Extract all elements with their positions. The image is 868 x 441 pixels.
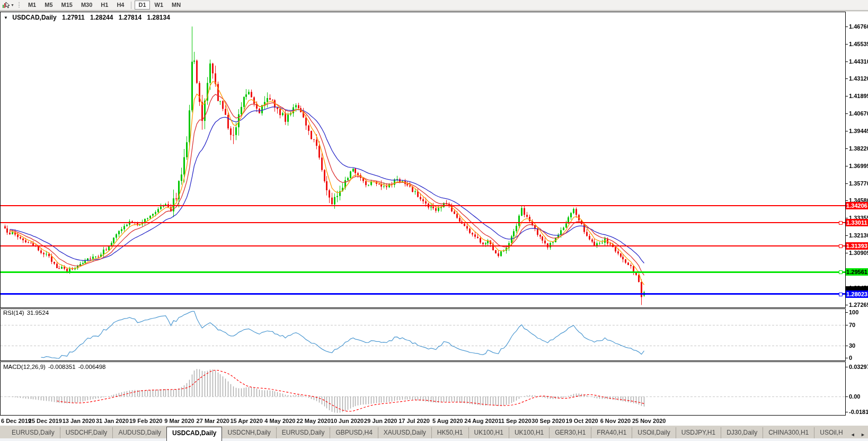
timeframe-h1[interactable]: H1: [97, 1, 112, 10]
price-level-badge: 1.31393: [846, 242, 868, 250]
date-label: 6 Nov 2020: [600, 418, 631, 424]
tab-usdchf-daily[interactable]: USDCHF,Daily: [60, 427, 113, 438]
toolbar-separator-strip: [0, 11, 868, 12]
ohlc-open: 1.27911: [62, 14, 85, 21]
date-label: 22 May 2020: [297, 418, 331, 424]
macd-tick-label: 0.00: [849, 393, 868, 400]
price-axis-tick: [846, 131, 848, 131]
date-label: 17 Jul 2020: [398, 418, 430, 424]
date-label: 13 Jan 2020: [63, 418, 95, 424]
timeframe-m30[interactable]: M30: [77, 1, 96, 10]
tab-ger30-h1[interactable]: GER30,H1: [549, 427, 591, 438]
ohlc-low: 1.27814: [119, 14, 141, 21]
toolbar-dropdown-caret[interactable]: ▼: [11, 3, 14, 7]
level-line-1-31393[interactable]: [1, 245, 845, 246]
tab-eurusd-daily[interactable]: EURUSD,Daily: [6, 427, 60, 438]
timeframe-mn[interactable]: MN: [168, 1, 184, 10]
macd-label: MACD(12,26,9)-0.008351-0.006498: [3, 364, 108, 370]
rsi-axis-tick: [846, 325, 848, 325]
price-tick-label: 1.35770: [849, 180, 868, 187]
price-tick-label: 1.38220: [849, 145, 868, 152]
date-label: 27 Mar 2020: [197, 418, 229, 424]
timeframe-h4[interactable]: H4: [113, 1, 128, 10]
rsi-label: RSI(14)31.9524: [3, 310, 51, 316]
macd-tick-label: 0.032972: [849, 364, 868, 370]
price-tick-label: 1.39445: [849, 128, 868, 134]
tab-scroll-right-icon[interactable]: ►: [861, 432, 865, 437]
level-line-1-28023[interactable]: [1, 293, 845, 295]
price-chart-canvas[interactable]: [0, 0, 868, 441]
macd-signal-value: -0.006498: [78, 364, 106, 370]
level-handle[interactable]: [839, 293, 843, 296]
timeframe-d1[interactable]: D1: [135, 1, 149, 10]
date-label: 29 Jun 2020: [364, 418, 397, 424]
date-label: 25 Nov 2020: [632, 418, 666, 424]
price-axis-tick: [846, 113, 848, 114]
macd-tick-label: -0.018154: [849, 409, 868, 415]
price-axis-tick: [846, 27, 848, 27]
date-label: 24 Aug 2020: [464, 418, 498, 424]
tab-usdcad-daily[interactable]: USDCAD,Daily: [166, 427, 222, 441]
cursor-tool-icon[interactable]: [2, 2, 10, 9]
tab-uk100-h1[interactable]: UK100,H1: [468, 427, 509, 438]
price-axis-tick: [846, 200, 848, 201]
tab-usoil-h[interactable]: USOil,H: [814, 427, 848, 438]
toolbar-divider: [131, 2, 131, 9]
rsi-name: RSI(14): [3, 310, 24, 316]
timeframe-w1[interactable]: W1: [151, 1, 167, 10]
tab-uk100-h1[interactable]: UK100,H1: [509, 427, 549, 438]
level-line-1-29561[interactable]: [1, 271, 845, 273]
level-line-1-34206[interactable]: [1, 205, 845, 206]
date-label: 5 Aug 2020: [432, 418, 463, 424]
chart-title: ▼ USDCAD,Daily 1.27911 1.28244 1.27814 1…: [4, 14, 170, 21]
macd-axis-tick: [846, 396, 848, 397]
chart-tabs: EURUSD,DailyUSDCHF,DailyAUDUSD,DailyUSDC…: [6, 427, 848, 441]
date-label: 19 Feb 2020: [129, 418, 162, 424]
tab-audusd-daily[interactable]: AUDUSD,Daily: [112, 427, 166, 438]
tab-usdjpy-h1[interactable]: USDJPY,H1: [676, 427, 721, 438]
price-axis-tick: [846, 305, 848, 305]
level-line-1-33011[interactable]: [1, 222, 845, 223]
price-axis-tick: [846, 235, 848, 236]
date-label: 31 Jan 2020: [96, 418, 129, 424]
timeframe-m15[interactable]: M15: [58, 1, 76, 10]
tab-gbpusd-h4[interactable]: GBPUSD,H4: [330, 427, 377, 438]
chart-tabs-bar: EURUSD,DailyUSDCHF,DailyAUDUSD,DailyUSDC…: [0, 426, 868, 441]
price-tick-label: 1.27265: [849, 302, 868, 308]
price-level-badge: 1.28023: [846, 290, 868, 298]
macd-name: MACD(12,26,9): [3, 364, 46, 370]
date-label: 15 Apr 2020: [230, 418, 262, 424]
toolbar: ▼ M1M5M15M30H1H4D1W1MN: [0, 0, 868, 11]
tab-scroll-left-icon[interactable]: ◄: [851, 432, 855, 437]
tab-dj30-daily[interactable]: DJ30,Daily: [721, 427, 763, 438]
date-label: 6 Dec 2019: [1, 418, 31, 424]
tab-fra40-h1[interactable]: FRA40,H1: [591, 427, 632, 438]
level-handle[interactable]: [839, 244, 843, 248]
timeframe-m5[interactable]: M5: [41, 1, 56, 10]
price-axis-tick: [846, 78, 848, 79]
price-level-badge: 1.33011: [846, 219, 868, 226]
date-label: 30 Sep 2020: [532, 418, 565, 424]
tab-china300-h1[interactable]: CHINA300,H1: [763, 427, 814, 438]
tab-usoil-daily[interactable]: USOil,Daily: [632, 427, 675, 438]
price-axis-tick: [846, 218, 848, 218]
macd-axis-tick: [846, 367, 848, 367]
tab-xauusd-daily[interactable]: XAUUSD,Daily: [378, 427, 431, 438]
chart-symbol-period: USDCAD,Daily: [12, 14, 56, 21]
level-handle[interactable]: [839, 270, 843, 274]
timeframe-m1[interactable]: M1: [24, 1, 40, 10]
price-tick-label: 1.43120: [849, 75, 868, 82]
tab-hk50-h1[interactable]: HK50,H1: [431, 427, 468, 438]
chart-menu-caret[interactable]: ▼: [4, 15, 8, 20]
level-handle[interactable]: [839, 221, 843, 225]
macd-main-value: -0.008351: [48, 364, 76, 370]
tab-usdcnh-daily[interactable]: USDCNH,Daily: [222, 427, 276, 438]
price-axis-tick: [846, 148, 848, 149]
timeframe-buttons: M1M5M15M30H1H4D1W1MN: [24, 0, 185, 10]
price-tick-label: 1.46760: [849, 23, 868, 30]
price-tick-label: 1.41895: [849, 93, 868, 99]
tab-eurusd-daily[interactable]: EURUSD,Daily: [276, 427, 330, 438]
toolbar-grip: [18, 2, 20, 8]
rsi-axis-tick: [846, 312, 848, 313]
price-axis-tick: [846, 166, 848, 166]
